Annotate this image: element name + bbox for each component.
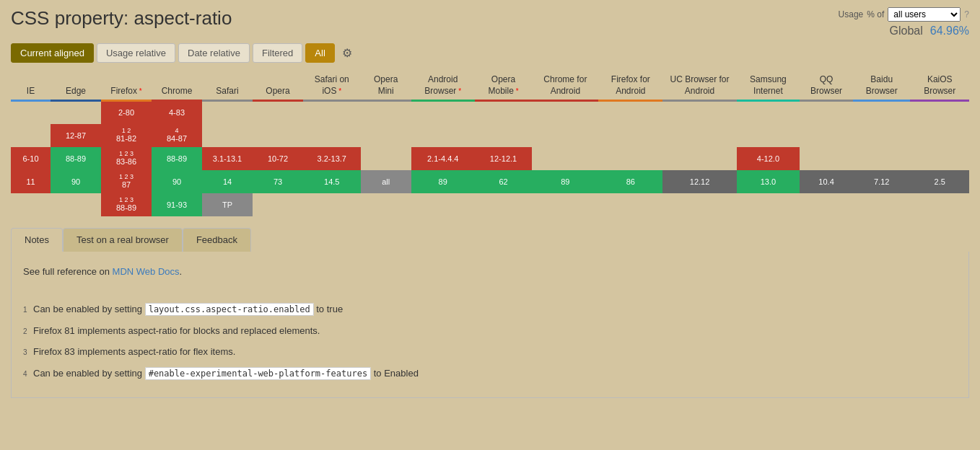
- table-cell: [853, 147, 911, 170]
- table-cell: [253, 193, 303, 216]
- table-cell: [253, 124, 303, 147]
- browser-header-chrome: Chrome: [152, 71, 202, 101]
- usage-label: Usage: [839, 9, 864, 19]
- table-cell: 88-89: [51, 147, 101, 170]
- usage-row: Usage % of all users tracked users ?: [839, 7, 969, 22]
- table-cell: 62: [475, 170, 533, 193]
- table-cell: 12-87: [51, 124, 101, 147]
- table-cell: 3.1-13.1: [202, 147, 253, 170]
- table-cell: [800, 124, 853, 147]
- usage-section: Usage % of all users tracked users ? Glo…: [839, 7, 969, 38]
- table-cell: [532, 101, 598, 124]
- table-cell: 4-83: [152, 101, 202, 124]
- table-cell: 12.12: [662, 170, 736, 193]
- browser-header-firefox-for-android: Firefox for Android: [598, 71, 662, 101]
- table-cell: [361, 147, 411, 170]
- table-row: 1 2 388-8991-93TP: [11, 193, 969, 216]
- table-cell: [800, 193, 853, 216]
- table-cell: [361, 124, 411, 147]
- question-mark[interactable]: ?: [964, 9, 969, 19]
- note-number: 4: [23, 368, 30, 381]
- table-cell: [411, 193, 475, 216]
- table-cell: 10-72: [253, 147, 303, 170]
- table-cell: [11, 193, 51, 216]
- browser-header-android-browser: Android Browser *: [411, 71, 475, 101]
- table-cell: 1 2 388-89: [101, 193, 152, 216]
- browser-header-row: IEEdgeFirefox *ChromeSafariOperaSafari o…: [11, 71, 969, 101]
- table-cell: [662, 193, 736, 216]
- usage-relative-btn[interactable]: Usage relative: [97, 43, 175, 63]
- compatibility-table-container: IEEdgeFirefox *ChromeSafariOperaSafari o…: [11, 71, 969, 216]
- table-cell: [662, 147, 736, 170]
- tab-notes[interactable]: Notes: [11, 228, 63, 252]
- table-cell: 12-12.1: [475, 147, 533, 170]
- table-cell: 90: [51, 170, 101, 193]
- table-cell: [51, 193, 101, 216]
- table-cell: 7.12: [853, 170, 911, 193]
- browser-header-qq-browser: QQ Browser: [800, 71, 853, 101]
- table-cell: [910, 147, 969, 170]
- table-cell: [598, 193, 662, 216]
- table-cell: [910, 193, 969, 216]
- browser-header-opera-mobile: Opera Mobile *: [475, 71, 533, 101]
- global-row: Global 64.96%: [839, 25, 969, 38]
- table-cell: [532, 124, 598, 147]
- table-cell: [411, 124, 475, 147]
- all-btn[interactable]: All: [305, 43, 334, 63]
- table-cell: all: [361, 170, 411, 193]
- date-relative-btn[interactable]: Date relative: [178, 43, 250, 63]
- browser-header-baidu-browser: Baidu Browser: [853, 71, 911, 101]
- table-cell: [11, 101, 51, 124]
- table-cell: [662, 101, 736, 124]
- table-cell: 73: [253, 170, 303, 193]
- toolbar: Current aligned Usage relative Date rela…: [11, 43, 969, 63]
- current-aligned-btn[interactable]: Current aligned: [11, 43, 94, 63]
- table-row: 2-804-83: [11, 101, 969, 124]
- table-cell: 11: [11, 170, 51, 193]
- table-cell: 89: [411, 170, 475, 193]
- mdn-link[interactable]: MDN Web Docs: [113, 266, 180, 277]
- tab-feedback[interactable]: Feedback: [183, 228, 251, 252]
- table-cell: TP: [202, 193, 253, 216]
- tabs: NotesTest on a real browserFeedback: [11, 228, 969, 252]
- table-cell: 91-93: [152, 193, 202, 216]
- table-cell: 484-87: [152, 124, 202, 147]
- table-cell: 2.1-4.4.4: [411, 147, 475, 170]
- table-row: 11901 2 38790147314.5all8962898612.1213.…: [11, 170, 969, 193]
- top-bar: CSS property: aspect-ratio Usage % of al…: [11, 7, 969, 38]
- table-cell: 1 2 383-86: [101, 147, 152, 170]
- filtered-btn[interactable]: Filtered: [253, 43, 302, 63]
- table-cell: 2-80: [101, 101, 152, 124]
- table-cell: [853, 124, 911, 147]
- page-wrapper: CSS property: aspect-ratio Usage % of al…: [0, 0, 980, 450]
- browser-header-samsung-internet: Samsung Internet: [737, 71, 800, 101]
- browser-header-edge: Edge: [51, 71, 101, 101]
- note-item: 1 Can be enabled by setting layout.css.a…: [23, 301, 957, 318]
- global-value: 64.96%: [930, 25, 969, 38]
- table-cell: 10.4: [800, 170, 853, 193]
- tab-test-on-a-real-browser[interactable]: Test on a real browser: [63, 228, 183, 252]
- browser-header-uc-browser-for-android: UC Browser for Android: [662, 71, 736, 101]
- table-cell: [303, 193, 361, 216]
- gear-button[interactable]: ⚙: [338, 44, 356, 62]
- table-cell: [737, 101, 800, 124]
- table-cell: [800, 101, 853, 124]
- table-cell: [303, 124, 361, 147]
- table-row: 12-871 281-82484-87: [11, 124, 969, 147]
- table-cell: 86: [598, 170, 662, 193]
- table-cell: 14.5: [303, 170, 361, 193]
- table-cell: [737, 124, 800, 147]
- table-cell: [532, 193, 598, 216]
- table-cell: [202, 124, 253, 147]
- usage-select[interactable]: all users tracked users: [888, 7, 961, 22]
- table-cell: 89: [532, 170, 598, 193]
- browser-header-safari-on-ios: Safari on iOS *: [303, 71, 361, 101]
- table-cell: 3.2-13.7: [303, 147, 361, 170]
- compatibility-table: IEEdgeFirefox *ChromeSafariOperaSafari o…: [11, 71, 969, 216]
- table-cell: [411, 101, 475, 124]
- table-cell: [303, 101, 361, 124]
- note-number: 2: [23, 325, 30, 338]
- table-cell: [475, 124, 533, 147]
- table-cell: [361, 101, 411, 124]
- code-inline: #enable-experimental-web-platform-featur…: [145, 367, 371, 380]
